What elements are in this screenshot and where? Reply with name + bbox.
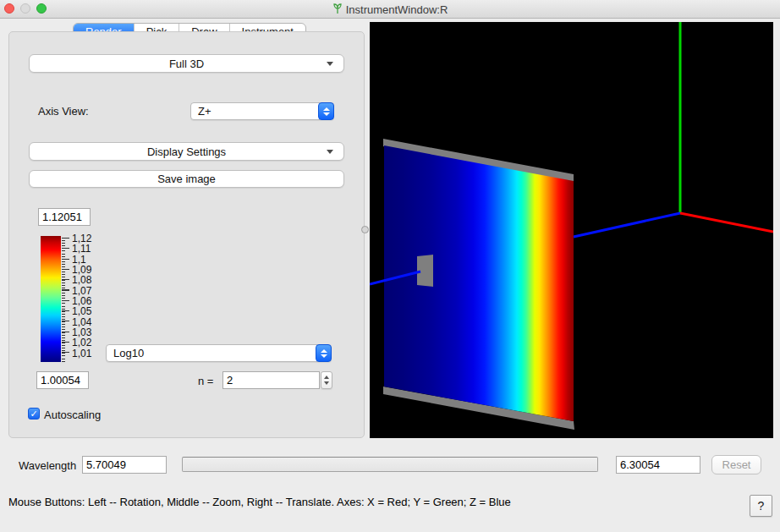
axis-view-select[interactable]: Z+: [190, 102, 334, 120]
chevron-down-icon: [327, 150, 333, 154]
colorbar-ticks: [62, 238, 69, 362]
stepper-icon[interactable]: [316, 344, 332, 362]
n-label: n =: [198, 375, 213, 387]
instrument-3d-scene: [370, 22, 773, 438]
wavelength-min-field[interactable]: [82, 456, 167, 474]
status-message: Mouse Buttons: Left -- Rotation, Middle …: [8, 496, 511, 508]
colorbar-tick-label: 1,11: [72, 244, 106, 254]
mantid-icon: [332, 3, 343, 17]
chevron-down-icon: [327, 62, 333, 66]
colorbar-tick-label: 1,05: [72, 306, 106, 316]
colorbar-tick-label: 1,08: [72, 275, 106, 285]
projection-dropdown[interactable]: Full 3D: [29, 54, 344, 73]
detector-bank: [384, 145, 574, 421]
colorbar-max-field[interactable]: [38, 208, 91, 226]
help-button-label: ?: [758, 499, 765, 513]
n-power-field[interactable]: [222, 371, 320, 389]
spin-down-icon: [324, 381, 329, 385]
axis-view-value: Z+: [198, 105, 211, 118]
title-bar: InstrumentWindow:R: [0, 0, 780, 19]
instrument-3d-viewport[interactable]: [370, 22, 773, 438]
wavelength-label: Wavelength: [19, 459, 76, 472]
autoscaling-checkbox[interactable]: ✓: [28, 408, 40, 420]
reset-button[interactable]: Reset: [711, 455, 761, 474]
colorbar-tick-label: 1,01: [72, 348, 106, 359]
colorbar-tick-label: 1,02: [72, 337, 106, 348]
colorbar-gradient[interactable]: [41, 236, 61, 362]
spin-up-icon: [324, 376, 329, 379]
stepper-icon[interactable]: [318, 102, 334, 120]
colorbar-tick-labels: 1,12 1,11 1,1 1,09 1,08 1,07 1,06 1,05 1…: [72, 233, 106, 359]
scale-type-select[interactable]: Log10: [106, 344, 332, 362]
help-button[interactable]: ?: [750, 495, 772, 517]
display-settings-dropdown[interactable]: Display Settings: [29, 142, 344, 161]
reset-button-label: Reset: [722, 458, 751, 471]
wavelength-max-field[interactable]: [616, 456, 700, 474]
x-axis-line: [680, 213, 773, 232]
axis-view-label: Axis View:: [38, 105, 89, 118]
n-power-stepper[interactable]: [321, 371, 332, 389]
z-axis-line: [574, 213, 680, 237]
splitter-handle[interactable]: [361, 226, 369, 233]
save-image-button[interactable]: Save image: [29, 170, 344, 188]
save-image-label: Save image: [157, 173, 216, 185]
scale-type-value: Log10: [113, 347, 144, 359]
display-settings-label: Display Settings: [147, 145, 226, 158]
colorbar-min-field[interactable]: [36, 371, 89, 389]
wavelength-slider[interactable]: [182, 457, 598, 472]
projection-dropdown-label: Full 3D: [169, 58, 204, 70]
autoscaling-label: Autoscaling: [44, 409, 101, 421]
window-title: InstrumentWindow:R: [346, 3, 448, 16]
